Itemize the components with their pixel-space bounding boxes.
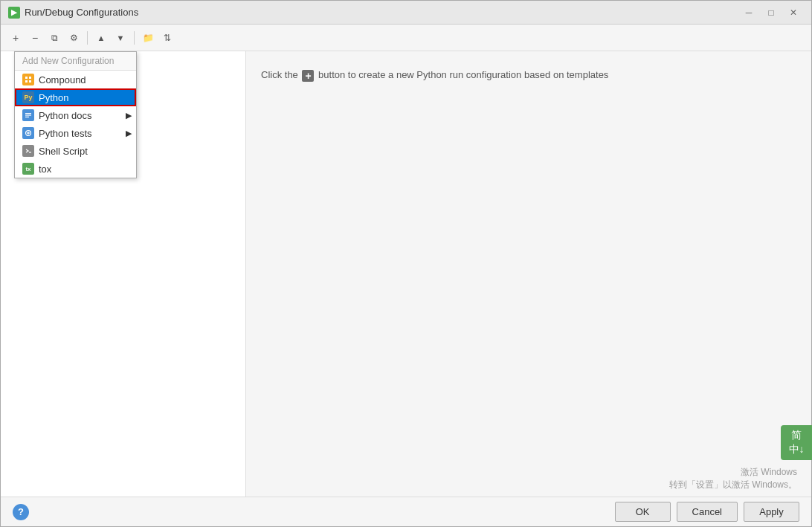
svg-rect-2	[25, 80, 28, 83]
ime-line1: 简	[784, 428, 809, 443]
tox-label: tox	[39, 164, 51, 175]
add-config-button[interactable]: +	[7, 29, 25, 47]
dropdown-header: Add New Configuration	[15, 52, 136, 71]
menu-item-tox[interactable]: tx tox	[15, 160, 136, 178]
svg-rect-6	[25, 117, 29, 117]
svg-rect-3	[29, 80, 31, 83]
menu-item-python-docs[interactable]: Python docs ▶	[15, 106, 136, 124]
svg-rect-4	[25, 113, 31, 114]
menu-item-python-tests[interactable]: Python tests ▶	[15, 124, 136, 142]
main-content: Add New Configuration Compound Py Python	[1, 51, 811, 497]
main-window: ▶ Run/Debug Configurations ─ □ ✕ + − ⧉ ⚙…	[0, 0, 812, 527]
copy-config-button[interactable]: ⧉	[45, 29, 63, 47]
compound-icon	[22, 74, 34, 85]
menu-item-python[interactable]: Py Python	[15, 88, 136, 106]
python-icon: Py	[22, 91, 34, 103]
ok-button[interactable]: OK	[615, 502, 671, 522]
close-button[interactable]: ✕	[783, 4, 804, 21]
folder-button[interactable]: 📁	[139, 29, 157, 47]
settings-button[interactable]: ⚙	[65, 29, 83, 47]
window-title: Run/Debug Configurations	[25, 7, 738, 18]
python-docs-label: Python docs	[39, 110, 92, 121]
svg-rect-0	[25, 77, 28, 79]
window-controls: ─ □ ✕	[738, 4, 804, 21]
left-panel: Add New Configuration Compound Py Python	[1, 51, 246, 497]
toolbar-separator-2	[134, 31, 135, 45]
menu-item-shell-script[interactable]: Shell Script	[15, 142, 136, 160]
hint-suffix: button to create a new Python run config…	[318, 69, 608, 80]
app-icon: ▶	[8, 7, 20, 19]
maximize-button[interactable]: □	[761, 4, 782, 21]
plus-icon: +	[302, 70, 314, 82]
ime-line2: 中↓	[784, 442, 809, 457]
compound-label: Compound	[39, 74, 86, 85]
remove-config-button[interactable]: −	[26, 29, 44, 47]
toolbar: + − ⧉ ⚙ ▲ ▼ 📁 ⇅	[1, 25, 811, 51]
move-up-button[interactable]: ▲	[92, 29, 110, 47]
python-tests-label: Python tests	[39, 128, 92, 139]
toolbar-separator-1	[87, 31, 88, 45]
shell-script-label: Shell Script	[39, 146, 88, 157]
apply-button[interactable]: Apply	[744, 502, 799, 522]
hint-prefix: Click the	[261, 69, 298, 80]
sort-button[interactable]: ⇅	[158, 29, 176, 47]
tox-icon: tx	[22, 163, 34, 175]
cancel-button[interactable]: Cancel	[677, 502, 738, 522]
move-down-button[interactable]: ▼	[112, 29, 129, 47]
bottom-bar: ? OK Cancel Apply	[1, 497, 811, 526]
minimize-button[interactable]: ─	[738, 4, 759, 21]
help-button[interactable]: ?	[13, 504, 29, 520]
title-bar: ▶ Run/Debug Configurations ─ □ ✕	[1, 1, 811, 25]
menu-item-compound[interactable]: Compound	[15, 71, 136, 88]
python-tests-arrow: ▶	[126, 129, 132, 138]
svg-rect-5	[25, 114, 31, 115]
svg-rect-1	[29, 77, 31, 79]
python-docs-arrow: ▶	[126, 111, 132, 120]
ime-widget[interactable]: 简 中↓	[781, 425, 812, 460]
add-config-dropdown: Add New Configuration Compound Py Python	[14, 51, 137, 178]
python-tests-icon	[22, 127, 34, 139]
hint-text: Click the + button to create a new Pytho…	[261, 69, 608, 82]
python-label: Python	[39, 92, 68, 103]
python-docs-icon	[22, 109, 34, 121]
shell-icon	[22, 145, 34, 157]
right-panel: Click the + button to create a new Pytho…	[246, 51, 811, 497]
